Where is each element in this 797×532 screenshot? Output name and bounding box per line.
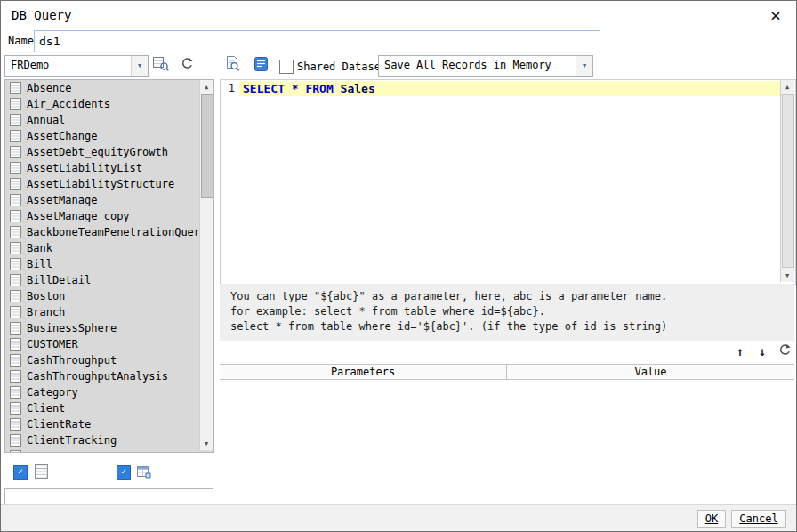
parameters-table-header: Parameters Value — [220, 364, 794, 380]
table-list-item[interactable]: BillDetail — [5, 272, 213, 288]
refresh-tables-button[interactable] — [176, 54, 197, 76]
cancel-button[interactable]: Cancel — [731, 510, 786, 528]
table-list-item[interactable]: AssetManage_copy — [5, 208, 213, 224]
table-list-item[interactable]: ClientTracking — [5, 432, 213, 448]
table-icon — [10, 130, 21, 142]
table-icon — [10, 194, 21, 206]
scroll-up-icon[interactable]: ▲ — [781, 80, 793, 93]
table-list-item[interactable]: AssetChange — [5, 128, 213, 144]
table-list-item[interactable]: AssetLiabilityStructure — [5, 176, 213, 192]
table-name: AssetDebt_equityGrowth — [27, 146, 168, 158]
chevron-down-icon[interactable]: ▼ — [131, 56, 148, 76]
table-icon — [10, 82, 21, 94]
table-icon — [10, 162, 21, 174]
table-name: ClientRate — [27, 418, 91, 431]
scrollbar-thumb[interactable] — [782, 94, 794, 268]
table-list-item[interactable]: AssetLiabilityList — [5, 160, 213, 176]
datasource-select[interactable]: FRDemo ▼ — [4, 55, 149, 77]
search-tables-button[interactable] — [150, 54, 172, 76]
table-list-scrollbar[interactable]: ▲ ▼ — [199, 80, 213, 450]
table-name: Bank — [27, 242, 52, 254]
sql-keywords: SELECT * FROM — [243, 82, 341, 95]
preview-icon — [225, 56, 240, 74]
table-list-item[interactable]: Category — [5, 384, 213, 400]
table-list-item[interactable]: Annual — [5, 112, 213, 128]
move-down-button[interactable]: ↓ — [753, 343, 772, 360]
table-name: AssetLiabilityList — [27, 162, 142, 174]
table-list-item[interactable]: AssetDebt_equityGrowth — [5, 144, 213, 160]
table-list-item[interactable]: CashThroughputAnalysis — [5, 368, 213, 384]
table-name: AssetManage — [27, 194, 97, 206]
editor-scrollbar[interactable]: ▲ ▼ — [780, 80, 794, 282]
table-list-item[interactable] — [5, 448, 213, 453]
show-views-checkbox[interactable]: ✓ — [117, 465, 131, 480]
table-list-item[interactable]: Bill — [5, 256, 213, 272]
table-list-item[interactable]: Boston — [5, 288, 213, 304]
down-arrow-icon: ↓ — [759, 344, 766, 359]
ok-button[interactable]: OK — [697, 510, 726, 528]
edit-sql-button[interactable] — [249, 54, 272, 76]
hint-line-3: select * from table where id='${abc}'. (… — [230, 319, 794, 335]
chevron-down-icon[interactable]: ▼ — [576, 56, 592, 76]
table-list-item[interactable]: BackboneTeamPenetrationQuery — [5, 224, 213, 240]
table-list-item[interactable]: Branch — [5, 304, 213, 320]
table-name: Annual — [27, 114, 65, 126]
table-icon — [10, 306, 21, 318]
parameter-hint: You can type "${abc}" as a parameter, he… — [220, 284, 794, 341]
table-icon — [10, 146, 21, 158]
close-icon[interactable]: × — [757, 3, 794, 28]
table-list-item[interactable]: ClientRate — [5, 416, 213, 432]
value-column-header: Value — [507, 365, 794, 379]
preview-button[interactable] — [221, 54, 244, 76]
scroll-up-icon[interactable]: ▲ — [200, 80, 213, 93]
db-query-dialog: DB Query × Name: FRDemo ▼ Absence Air_Ac… — [0, 0, 797, 532]
table-list-item[interactable]: BusinessSphere — [5, 320, 213, 336]
title-bar: DB Query × — [1, 1, 796, 29]
table-name: CUSTOMER — [27, 338, 78, 351]
save-mode-select[interactable]: Save All Records in Memory ▼ — [378, 55, 593, 77]
refresh-parameters-button[interactable] — [775, 343, 794, 360]
table-list-item[interactable]: Air_Accidents — [5, 96, 213, 112]
table-icon — [10, 242, 21, 254]
table-name: Category — [27, 386, 78, 399]
parameters-column-header: Parameters — [220, 365, 507, 379]
refresh-icon — [181, 57, 194, 73]
table-list-item[interactable]: CashThroughput — [5, 352, 213, 368]
sql-table-name: Sales — [341, 82, 375, 95]
table-list: Absence Air_Accidents Annual AssetChange… — [4, 79, 214, 453]
table-icon — [10, 354, 21, 367]
shared-dataset-checkbox[interactable]: ✓ — [279, 60, 294, 74]
scroll-down-icon[interactable]: ▼ — [781, 269, 793, 282]
blue-document-icon — [254, 57, 268, 74]
table-icon — [10, 290, 21, 302]
up-arrow-icon: ↑ — [737, 344, 744, 359]
table-list-item[interactable]: Absence — [5, 80, 213, 96]
sql-editor[interactable]: 1 SELECT * FROM Sales — [220, 79, 796, 285]
table-list-item[interactable]: Client — [5, 400, 213, 416]
table-list-item[interactable]: CUSTOMER — [5, 336, 213, 352]
table-name: BusinessSphere — [27, 322, 117, 335]
table-name: BillDetail — [27, 274, 91, 286]
table-list-item[interactable]: AssetManage — [5, 192, 213, 208]
table-icon — [10, 98, 21, 110]
ok-label: OK — [705, 512, 718, 525]
table-icon — [10, 338, 21, 351]
show-tables-checkbox[interactable]: ✓ — [13, 465, 28, 480]
table-icon — [10, 450, 21, 453]
dialog-title: DB Query — [12, 8, 71, 22]
dataset-name-input[interactable] — [34, 30, 600, 52]
hint-line-2: for example: select * from table where i… — [230, 304, 794, 319]
table-name: AssetLiabilityStructure — [27, 178, 174, 190]
table-icon — [10, 434, 21, 447]
table-name: CashThroughput — [27, 354, 117, 367]
scroll-down-icon[interactable]: ▼ — [200, 437, 213, 450]
scrollbar-thumb[interactable] — [201, 94, 213, 198]
table-icon — [10, 258, 21, 270]
table-icon — [10, 114, 21, 126]
parameters-table-body[interactable] — [220, 381, 794, 499]
move-up-button[interactable]: ↑ — [730, 343, 750, 360]
table-icon — [10, 210, 21, 222]
table-name: Absence — [27, 82, 72, 94]
table-list-item[interactable]: Bank — [5, 240, 213, 256]
table-name: BackboneTeamPenetrationQuery — [27, 226, 206, 238]
